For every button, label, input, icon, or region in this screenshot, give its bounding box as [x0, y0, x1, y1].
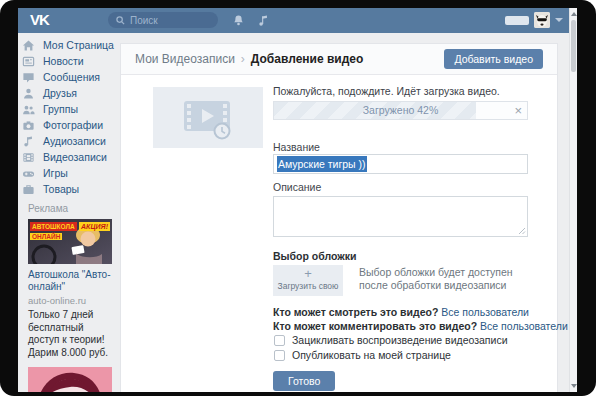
sidebar-item-my-page[interactable]: Моя Страница — [18, 37, 120, 53]
upload-wait-text: Пожалуйста, подождите. Идёт загрузка вид… — [273, 85, 500, 97]
comment-question: Кто может комментировать это видео? — [273, 320, 477, 332]
plus-icon: + — [273, 267, 343, 281]
cover-section-label: Выбор обложки — [273, 250, 356, 262]
ads-block: Реклама АВТОШКОЛА ОНЛАЙН АКЦИЯ! Автошкол… — [28, 203, 112, 392]
chat-bubble-icon — [22, 71, 35, 84]
sidebar-item-groups[interactable]: Группы — [18, 101, 120, 117]
browser-window: VK Поиск Моя Страница Новости Сообщения — [18, 8, 577, 392]
upload-cover-button[interactable]: + Загрузить свою — [273, 265, 343, 296]
page-header: Мои Видеозаписи › Добавление видео Добав… — [121, 44, 557, 75]
top-nav-bar: VK Поиск — [18, 8, 577, 33]
cancel-upload-icon[interactable]: × — [514, 102, 522, 119]
news-icon — [22, 55, 35, 68]
left-sidebar: Моя Страница Новости Сообщения Друзья Гр… — [18, 33, 120, 392]
publish-checkbox-row[interactable]: Опубликовать на моей странице — [274, 349, 451, 361]
sidebar-item-photos[interactable]: Фотографии — [18, 117, 120, 133]
watch-question: Кто может смотреть это видео? — [273, 306, 438, 318]
scroll-up-arrow-icon[interactable] — [571, 12, 577, 16]
description-label: Описание — [273, 181, 321, 193]
ad-banner-badge: АКЦИЯ! — [79, 222, 110, 231]
add-video-button[interactable]: Добавить видео — [444, 49, 543, 69]
search-placeholder: Поиск — [130, 15, 158, 26]
description-textarea[interactable] — [273, 196, 528, 237]
breadcrumb-parent[interactable]: Мои Видеозаписи — [135, 52, 235, 66]
camera-icon — [22, 119, 35, 132]
watch-permission-link[interactable]: Все пользователи — [441, 306, 529, 318]
ad-photo-image[interactable] — [28, 367, 112, 392]
sidebar-item-news[interactable]: Новости — [18, 53, 120, 69]
person-icon — [22, 87, 35, 100]
title-selected-text: Амурские тигры )) — [277, 156, 367, 172]
watch-permission-row: Кто может смотреть это видео? Все пользо… — [273, 306, 529, 318]
vk-logo[interactable]: VK — [30, 11, 49, 28]
scroll-down-arrow-icon[interactable] — [571, 384, 577, 388]
sidebar-item-audios[interactable]: Аудиозаписи — [18, 133, 120, 149]
window-frame: VK Поиск Моя Страница Новости Сообщения — [0, 0, 596, 396]
sidebar-item-games[interactable]: Игры — [18, 165, 120, 181]
profile-dropdown-caret-icon[interactable] — [555, 18, 563, 22]
ad-banner-subtitle: ОНЛАЙН — [30, 233, 62, 240]
upload-cover-label: Загрузить свою — [273, 281, 343, 291]
sidebar-item-market[interactable]: Товары — [18, 181, 120, 197]
scrollbar[interactable] — [569, 8, 577, 392]
search-icon — [116, 16, 125, 25]
cover-hint-text: Выбор обложки будет доступен после обраб… — [359, 266, 537, 292]
sidebar-item-videos[interactable]: Видеозаписи — [18, 149, 120, 165]
resize-handle-icon[interactable] — [518, 227, 526, 235]
sidebar-item-friends[interactable]: Друзья — [18, 85, 120, 101]
audio-note-icon — [22, 135, 35, 148]
briefcase-icon — [22, 183, 35, 196]
ad-description: Только 7 дней бесплатный доступ к теории… — [28, 309, 112, 359]
sidebar-menu: Моя Страница Новости Сообщения Друзья Гр… — [18, 37, 120, 197]
search-input[interactable]: Поиск — [108, 12, 218, 28]
upload-progress-bar: Загружено 42% × — [273, 101, 528, 120]
title-label: Название — [273, 141, 320, 153]
people-icon — [22, 103, 35, 116]
profile-name[interactable] — [505, 16, 529, 25]
film-clock-icon — [180, 96, 236, 140]
dog-avatar-image — [534, 12, 550, 28]
notifications-bell-icon[interactable] — [232, 14, 245, 27]
publish-checkbox[interactable] — [274, 350, 285, 361]
ads-section-label: Реклама — [28, 203, 112, 214]
content-card: Мои Видеозаписи › Добавление видео Добав… — [120, 43, 558, 392]
gamepad-icon — [22, 167, 35, 180]
loop-checkbox-label: Зацикливать воспроизведение видеозаписи — [292, 334, 508, 346]
progress-label: Загружено 42% — [274, 102, 527, 119]
breadcrumb-current: Добавление видео — [251, 52, 363, 66]
film-strip-icon — [22, 151, 35, 164]
ad-banner-title: АВТОШКОЛА — [30, 222, 77, 231]
title-input[interactable]: Амурские тигры )) — [273, 154, 528, 174]
loop-checkbox-row[interactable]: Зацикливать воспроизведение видеозаписи — [274, 334, 508, 346]
ad-photo-art — [28, 367, 112, 392]
publish-checkbox-label: Опубликовать на моей странице — [292, 349, 451, 361]
scrollbar-thumb[interactable] — [571, 20, 576, 72]
loop-checkbox[interactable] — [274, 335, 285, 346]
upload-form: Пожалуйста, подождите. Идёт загрузка вид… — [121, 75, 557, 392]
comment-permission-link[interactable]: Все пользователи — [480, 320, 568, 332]
profile-avatar[interactable] — [534, 12, 550, 28]
breadcrumb-separator-icon: › — [241, 52, 245, 66]
comment-permission-row: Кто может комментировать это видео? Все … — [273, 320, 568, 332]
home-icon — [22, 39, 35, 52]
ad-title-link[interactable]: Автошкола "Авто-онлайн" — [28, 269, 112, 293]
done-button[interactable]: Готово — [273, 371, 335, 391]
ad-banner-image[interactable]: АВТОШКОЛА ОНЛАЙН АКЦИЯ! — [28, 219, 112, 264]
sidebar-item-messages[interactable]: Сообщения — [18, 69, 120, 85]
music-note-icon[interactable] — [257, 14, 270, 27]
video-thumbnail-placeholder — [153, 87, 263, 148]
ad-url: auto-online.ru — [28, 295, 112, 306]
